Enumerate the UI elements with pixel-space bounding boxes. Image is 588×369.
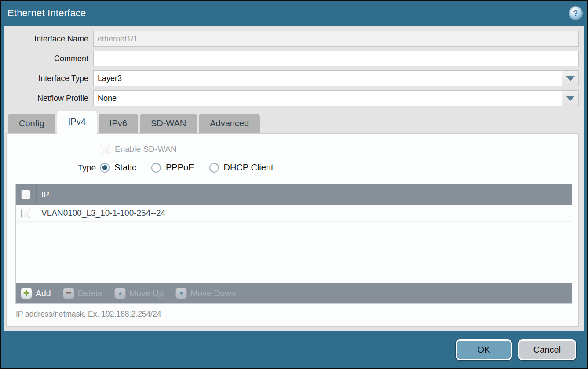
tab-bar: Config IPv4 IPv6 SD-WAN Advanced (4, 110, 584, 133)
interface-type-dropdown-trigger[interactable] (562, 70, 579, 86)
dialog-body: Interface Name Comment Interface Type (4, 26, 584, 331)
minus-icon: − (63, 288, 74, 299)
enable-sdwan-checkbox[interactable] (101, 145, 110, 154)
dialog-title: Ethernet Interface (7, 7, 86, 19)
ip-table-body: VLAN0100_L3_10-1-100-254--24 (16, 205, 572, 283)
chevron-down-icon (566, 96, 575, 101)
move-up-button[interactable]: ▲ Move Up (114, 288, 164, 299)
arrow-up-icon: ▲ (114, 288, 126, 299)
hint-text: IP address/netmask. Ex. 192.168.2.254/24 (16, 310, 578, 319)
add-label: Add (36, 288, 51, 299)
interface-type-input[interactable] (93, 70, 562, 86)
comment-row: Comment (4, 51, 579, 66)
delete-label: Delete (78, 288, 102, 299)
radio-unselected-icon (151, 163, 161, 173)
radio-unselected-icon (209, 163, 219, 173)
plus-icon: + (21, 288, 32, 299)
ip-table-header: IP (16, 184, 572, 205)
interface-name-input (93, 31, 579, 47)
move-down-label: Move Down (190, 288, 236, 299)
select-all-checkbox[interactable] (21, 190, 30, 199)
move-down-button[interactable]: ▼ Move Down (175, 288, 236, 299)
ip-table-toolbar: + Add − Delete ▲ Move Up ▼ Move Down (16, 283, 572, 303)
ip-table: IP VLAN0100_L3_10-1-100-254--24 + Add (15, 184, 572, 304)
chevron-down-icon (566, 76, 575, 81)
comment-label: Comment (4, 54, 93, 63)
table-row[interactable]: VLAN0100_L3_10-1-100-254--24 (16, 205, 572, 222)
interface-type-row: Interface Type (4, 70, 579, 86)
tab-ipv4[interactable]: IPv4 (57, 111, 97, 134)
ethernet-interface-dialog: Ethernet Interface ? Interface Name Comm… (0, 0, 588, 369)
ip-column-header: IP (36, 190, 49, 199)
tab-advanced[interactable]: Advanced (199, 114, 260, 133)
radio-selected-icon (100, 163, 110, 173)
radio-static[interactable]: Static (100, 162, 136, 173)
tab-sd-wan[interactable]: SD-WAN (140, 114, 197, 133)
radio-pppoe-label: PPPoE (166, 162, 194, 173)
type-label: Type (7, 163, 100, 173)
radio-dhcp-label: DHCP Client (224, 162, 274, 173)
dialog-footer: OK Cancel (1, 331, 587, 368)
delete-button[interactable]: − Delete (63, 288, 102, 299)
ok-button[interactable]: OK (456, 339, 512, 360)
radio-static-label: Static (114, 162, 136, 173)
move-up-label: Move Up (129, 288, 164, 299)
cancel-button[interactable]: Cancel (518, 339, 576, 360)
tab-config[interactable]: Config (8, 114, 55, 133)
comment-input[interactable] (93, 51, 579, 66)
radio-pppoe[interactable]: PPPoE (151, 162, 194, 173)
enable-sdwan-row: Enable SD-WAN (101, 144, 578, 154)
type-row: Type Static PPPoE DHCP Client (7, 162, 578, 173)
form-area: Interface Name Comment Interface Type (4, 26, 584, 110)
netflow-profile-label: Netflow Profile (4, 94, 93, 103)
interface-name-label: Interface Name (4, 34, 93, 44)
ip-cell: VLAN0100_L3_10-1-100-254--24 (36, 208, 165, 218)
radio-dhcp-client[interactable]: DHCP Client (209, 162, 274, 173)
ipv4-panel: Enable SD-WAN Type Static PPPoE DHCP Cli… (6, 133, 579, 327)
enable-sdwan-label: Enable SD-WAN (115, 144, 177, 154)
row-checkbox[interactable] (21, 209, 30, 218)
help-icon[interactable]: ? (570, 7, 582, 19)
arrow-down-icon: ▼ (175, 288, 187, 299)
interface-name-row: Interface Name (4, 31, 579, 47)
tab-ipv6[interactable]: IPv6 (99, 114, 138, 133)
netflow-profile-dropdown-trigger[interactable] (562, 90, 579, 106)
netflow-profile-input[interactable] (93, 90, 562, 106)
add-button[interactable]: + Add (21, 288, 51, 299)
netflow-profile-row: Netflow Profile (4, 90, 579, 106)
interface-type-label: Interface Type (4, 74, 93, 83)
dialog-titlebar: Ethernet Interface ? (1, 1, 587, 26)
